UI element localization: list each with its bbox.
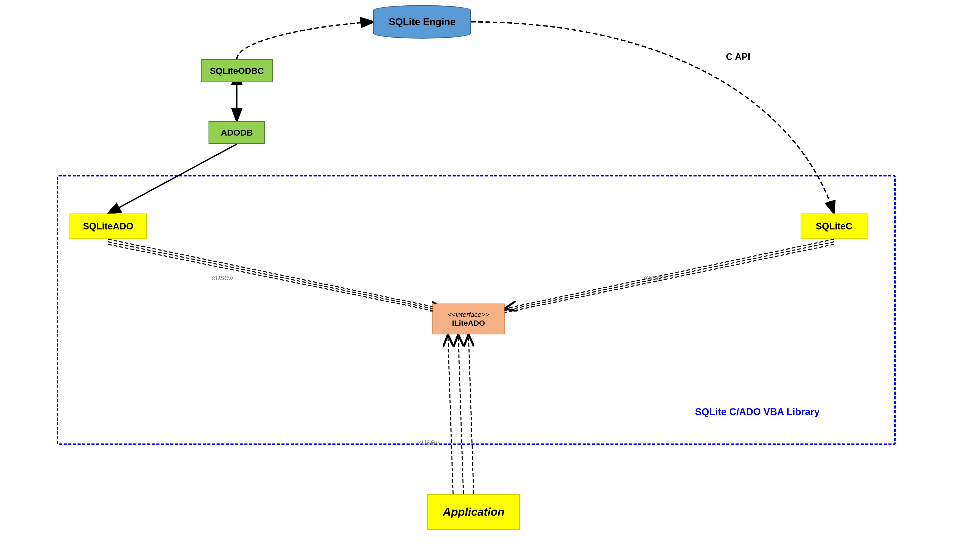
use-label-left: «use» [211,273,234,282]
sqlite-ado-label: SQLiteADO [83,221,133,232]
sqlite-engine-label: SQLite Engine [389,17,456,28]
sqlite-c-node: SQLiteC [801,213,868,239]
sqlite-odbc-label: SQLiteODBC [210,66,264,76]
use-label-bottom: «use» [417,437,440,447]
adodb-node: ADODB [209,121,265,144]
sqlite-c-label: SQLiteC [816,221,852,232]
application-label: Application [443,506,505,518]
ilite-ado-node: <<interface>> ILiteADO [432,303,505,334]
application-node: Application [427,494,520,530]
adodb-label: ADODB [221,128,253,138]
ilite-ado-stereotype: <<interface>> [448,311,489,319]
sqlite-odbc-node: SQLiteODBC [201,59,273,82]
sqlite-ado-node: SQLiteADO [70,213,147,239]
library-label: SQLite C/ADO VBA Library [695,406,820,417]
c-api-label: C API [726,51,750,62]
use-label-right: «use» [644,273,666,282]
diagram: SQLite Engine SQLiteODBC ADODB SQLiteADO… [0,0,954,560]
sqlite-engine-node: SQLite Engine [373,5,471,39]
ilite-ado-label: ILiteADO [452,319,485,327]
